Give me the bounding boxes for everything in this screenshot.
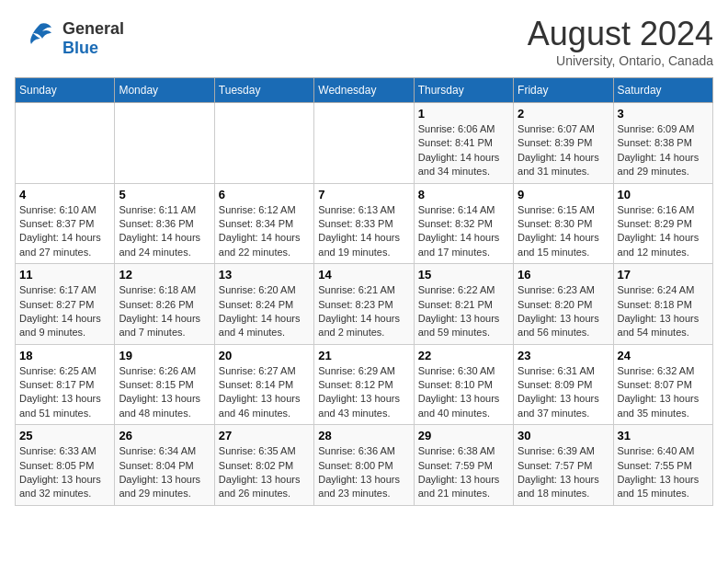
day-of-week-tuesday: Tuesday <box>214 78 313 103</box>
day-info: Sunrise: 6:21 AM Sunset: 8:23 PM Dayligh… <box>318 283 409 340</box>
day-of-week-thursday: Thursday <box>414 78 513 103</box>
logo-general: General <box>63 19 124 38</box>
calendar-cell: 31Sunrise: 6:40 AM Sunset: 7:55 PM Dayli… <box>613 425 712 506</box>
day-number: 20 <box>219 349 310 362</box>
calendar-cell: 30Sunrise: 6:39 AM Sunset: 7:57 PM Dayli… <box>514 425 613 506</box>
day-number: 15 <box>418 268 509 282</box>
calendar-cell: 4Sunrise: 6:10 AM Sunset: 8:37 PM Daylig… <box>16 183 115 264</box>
day-info: Sunrise: 6:24 AM Sunset: 8:18 PM Dayligh… <box>618 283 709 340</box>
day-number: 19 <box>119 349 210 362</box>
calendar-cell: 1Sunrise: 6:06 AM Sunset: 8:41 PM Daylig… <box>414 103 513 184</box>
calendar-cell <box>115 103 214 184</box>
main-title: August 2024 <box>528 15 713 53</box>
week-row-2: 4Sunrise: 6:10 AM Sunset: 8:37 PM Daylig… <box>16 183 713 264</box>
day-of-week-saturday: Saturday <box>613 78 712 103</box>
day-number: 14 <box>318 268 409 282</box>
day-info: Sunrise: 6:23 AM Sunset: 8:20 PM Dayligh… <box>518 283 609 340</box>
calendar-cell: 11Sunrise: 6:17 AM Sunset: 8:27 PM Dayli… <box>16 264 115 345</box>
calendar-cell: 28Sunrise: 6:36 AM Sunset: 8:00 PM Dayli… <box>314 425 414 506</box>
day-info: Sunrise: 6:14 AM Sunset: 8:32 PM Dayligh… <box>418 203 509 260</box>
day-info: Sunrise: 6:09 AM Sunset: 8:38 PM Dayligh… <box>618 122 709 179</box>
day-info: Sunrise: 6:38 AM Sunset: 7:59 PM Dayligh… <box>418 444 509 501</box>
day-info: Sunrise: 6:16 AM Sunset: 8:29 PM Dayligh… <box>618 203 709 260</box>
day-number: 27 <box>219 429 310 442</box>
calendar-cell: 16Sunrise: 6:23 AM Sunset: 8:20 PM Dayli… <box>514 264 613 345</box>
day-number: 2 <box>518 107 609 121</box>
day-info: Sunrise: 6:17 AM Sunset: 8:27 PM Dayligh… <box>19 283 110 340</box>
day-info: Sunrise: 6:13 AM Sunset: 8:33 PM Dayligh… <box>318 203 409 260</box>
day-number: 21 <box>318 349 409 362</box>
logo-blue: Blue <box>63 39 98 57</box>
day-info: Sunrise: 6:25 AM Sunset: 8:17 PM Dayligh… <box>19 364 110 421</box>
calendar-header: SundayMondayTuesdayWednesdayThursdayFrid… <box>16 78 713 103</box>
day-info: Sunrise: 6:30 AM Sunset: 8:10 PM Dayligh… <box>418 364 509 421</box>
day-info: Sunrise: 6:40 AM Sunset: 7:55 PM Dayligh… <box>618 444 709 501</box>
calendar-cell: 17Sunrise: 6:24 AM Sunset: 8:18 PM Dayli… <box>613 264 712 345</box>
calendar-cell: 24Sunrise: 6:32 AM Sunset: 8:07 PM Dayli… <box>613 344 712 425</box>
day-number: 24 <box>618 349 709 362</box>
calendar-cell: 29Sunrise: 6:38 AM Sunset: 7:59 PM Dayli… <box>414 425 513 506</box>
day-info: Sunrise: 6:11 AM Sunset: 8:36 PM Dayligh… <box>119 203 210 260</box>
day-info: Sunrise: 6:15 AM Sunset: 8:30 PM Dayligh… <box>518 203 609 260</box>
day-of-week-monday: Monday <box>115 78 214 103</box>
day-info: Sunrise: 6:12 AM Sunset: 8:34 PM Dayligh… <box>219 203 310 260</box>
calendar-cell: 7Sunrise: 6:13 AM Sunset: 8:33 PM Daylig… <box>314 183 414 264</box>
title-area: August 2024 University, Ontario, Canada <box>528 15 713 68</box>
calendar-cell: 14Sunrise: 6:21 AM Sunset: 8:23 PM Dayli… <box>314 264 414 345</box>
day-number: 9 <box>518 188 609 201</box>
logo: General Blue <box>15 15 124 63</box>
day-info: Sunrise: 6:20 AM Sunset: 8:24 PM Dayligh… <box>219 283 310 340</box>
calendar-cell: 6Sunrise: 6:12 AM Sunset: 8:34 PM Daylig… <box>214 183 313 264</box>
day-number: 29 <box>418 429 509 442</box>
day-info: Sunrise: 6:18 AM Sunset: 8:26 PM Dayligh… <box>119 283 210 340</box>
day-info: Sunrise: 6:07 AM Sunset: 8:39 PM Dayligh… <box>518 122 609 179</box>
calendar-cell <box>16 103 115 184</box>
logo-text: General Blue <box>63 19 124 58</box>
subtitle: University, Ontario, Canada <box>528 53 713 68</box>
calendar-cell: 23Sunrise: 6:31 AM Sunset: 8:09 PM Dayli… <box>514 344 613 425</box>
day-number: 30 <box>518 429 609 442</box>
day-number: 23 <box>518 349 609 362</box>
day-number: 26 <box>119 429 210 442</box>
day-info: Sunrise: 6:35 AM Sunset: 8:02 PM Dayligh… <box>219 444 310 501</box>
day-number: 25 <box>19 429 110 442</box>
calendar-cell: 8Sunrise: 6:14 AM Sunset: 8:32 PM Daylig… <box>414 183 513 264</box>
day-number: 7 <box>318 188 409 201</box>
calendar-cell: 18Sunrise: 6:25 AM Sunset: 8:17 PM Dayli… <box>16 344 115 425</box>
day-number: 13 <box>219 268 310 282</box>
calendar-cell: 22Sunrise: 6:30 AM Sunset: 8:10 PM Dayli… <box>414 344 513 425</box>
calendar-cell: 9Sunrise: 6:15 AM Sunset: 8:30 PM Daylig… <box>514 183 613 264</box>
day-number: 3 <box>618 107 709 121</box>
calendar-cell: 21Sunrise: 6:29 AM Sunset: 8:12 PM Dayli… <box>314 344 414 425</box>
day-number: 28 <box>318 429 409 442</box>
calendar-cell <box>314 103 414 184</box>
day-number: 12 <box>119 268 210 282</box>
day-of-week-wednesday: Wednesday <box>314 78 414 103</box>
day-info: Sunrise: 6:26 AM Sunset: 8:15 PM Dayligh… <box>119 364 210 421</box>
day-number: 8 <box>418 188 509 201</box>
week-row-5: 25Sunrise: 6:33 AM Sunset: 8:05 PM Dayli… <box>16 425 713 506</box>
week-row-3: 11Sunrise: 6:17 AM Sunset: 8:27 PM Dayli… <box>16 264 713 345</box>
day-info: Sunrise: 6:22 AM Sunset: 8:21 PM Dayligh… <box>418 283 509 340</box>
day-info: Sunrise: 6:32 AM Sunset: 8:07 PM Dayligh… <box>618 364 709 421</box>
day-number: 31 <box>618 429 709 442</box>
header: General Blue August 2024 University, Ont… <box>15 15 713 68</box>
calendar-cell: 5Sunrise: 6:11 AM Sunset: 8:36 PM Daylig… <box>115 183 214 264</box>
day-number: 11 <box>19 268 110 282</box>
calendar-cell: 26Sunrise: 6:34 AM Sunset: 8:04 PM Dayli… <box>115 425 214 506</box>
day-info: Sunrise: 6:31 AM Sunset: 8:09 PM Dayligh… <box>518 364 609 421</box>
day-number: 17 <box>618 268 709 282</box>
logo-icon <box>15 15 59 63</box>
day-number: 16 <box>518 268 609 282</box>
day-info: Sunrise: 6:34 AM Sunset: 8:04 PM Dayligh… <box>119 444 210 501</box>
day-number: 10 <box>618 188 709 201</box>
calendar-cell: 20Sunrise: 6:27 AM Sunset: 8:14 PM Dayli… <box>214 344 313 425</box>
day-info: Sunrise: 6:29 AM Sunset: 8:12 PM Dayligh… <box>318 364 409 421</box>
day-number: 22 <box>418 349 509 362</box>
day-info: Sunrise: 6:33 AM Sunset: 8:05 PM Dayligh… <box>19 444 110 501</box>
day-info: Sunrise: 6:10 AM Sunset: 8:37 PM Dayligh… <box>19 203 110 260</box>
day-info: Sunrise: 6:06 AM Sunset: 8:41 PM Dayligh… <box>418 122 509 179</box>
calendar-table: SundayMondayTuesdayWednesdayThursdayFrid… <box>15 77 713 506</box>
day-info: Sunrise: 6:27 AM Sunset: 8:14 PM Dayligh… <box>219 364 310 421</box>
calendar-cell: 15Sunrise: 6:22 AM Sunset: 8:21 PM Dayli… <box>414 264 513 345</box>
